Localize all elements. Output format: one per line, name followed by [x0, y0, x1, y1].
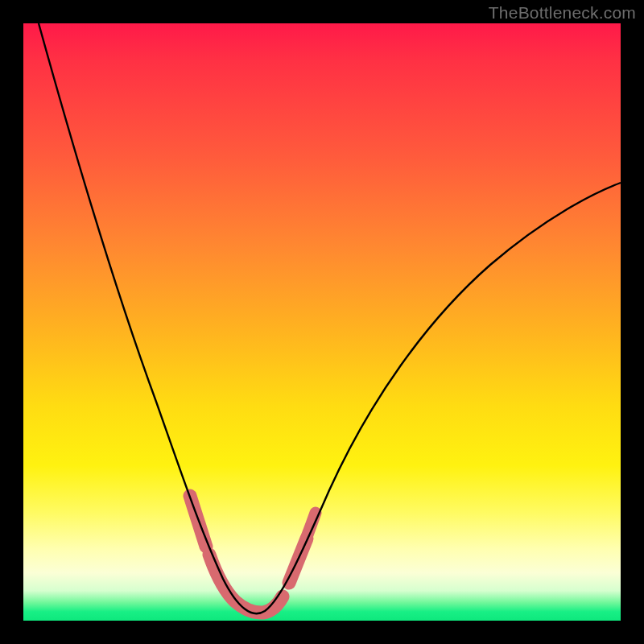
- curve-highlight-group: [190, 496, 316, 613]
- watermark-text: TheBottleneck.com: [489, 3, 636, 23]
- curve-main: [39, 23, 621, 613]
- plot-area: [23, 23, 621, 621]
- bottleneck-curve: [23, 23, 621, 621]
- outer-frame: TheBottleneck.com: [0, 0, 644, 644]
